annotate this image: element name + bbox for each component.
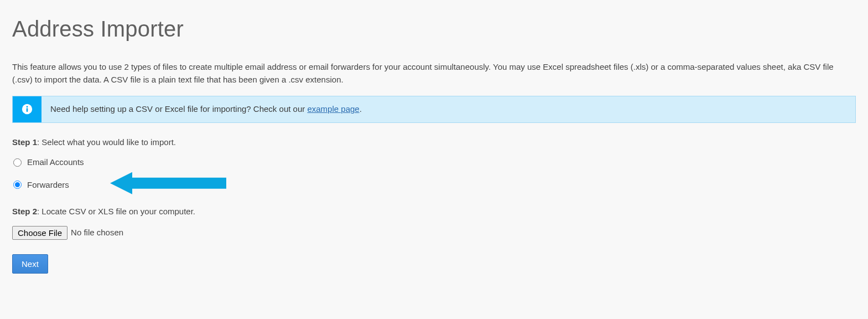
- radio-email-accounts[interactable]: [13, 158, 22, 167]
- radio-row-email-accounts[interactable]: Email Accounts: [13, 156, 856, 169]
- step2-label: Step 2: [12, 207, 37, 216]
- file-input-row: Choose File No file chosen: [12, 226, 856, 240]
- info-banner: Need help setting up a CSV or Excel file…: [12, 96, 856, 123]
- step1-line: Step 1: Select what you would like to im…: [12, 136, 856, 149]
- radio-row-forwarders[interactable]: Forwarders: [13, 179, 856, 192]
- choose-file-button[interactable]: Choose File: [12, 226, 67, 240]
- svg-point-1: [27, 106, 28, 108]
- info-text-before: Need help setting up a CSV or Excel file…: [50, 104, 307, 114]
- info-text-after: .: [360, 104, 362, 114]
- info-icon: [13, 96, 41, 122]
- next-button[interactable]: Next: [12, 254, 48, 274]
- radio-email-accounts-label[interactable]: Email Accounts: [27, 156, 84, 169]
- example-page-link[interactable]: example page: [307, 104, 359, 114]
- feature-description: This feature allows you to use 2 types o…: [12, 61, 856, 86]
- radio-forwarders-label[interactable]: Forwarders: [27, 179, 69, 192]
- info-message: Need help setting up a CSV or Excel file…: [41, 96, 371, 122]
- file-chosen-status: No file chosen: [71, 227, 123, 239]
- arrow-annotation-icon: [110, 172, 226, 199]
- page-title: Address Importer: [12, 12, 856, 45]
- svg-rect-2: [27, 109, 28, 112]
- step1-text: : Select what you would like to import.: [37, 137, 176, 147]
- step2-text: : Locate CSV or XLS file on your compute…: [37, 207, 195, 216]
- step1-label: Step 1: [12, 137, 37, 147]
- radio-forwarders[interactable]: [13, 181, 22, 189]
- svg-marker-3: [110, 172, 226, 194]
- step2-line: Step 2: Locate CSV or XLS file on your c…: [12, 205, 856, 218]
